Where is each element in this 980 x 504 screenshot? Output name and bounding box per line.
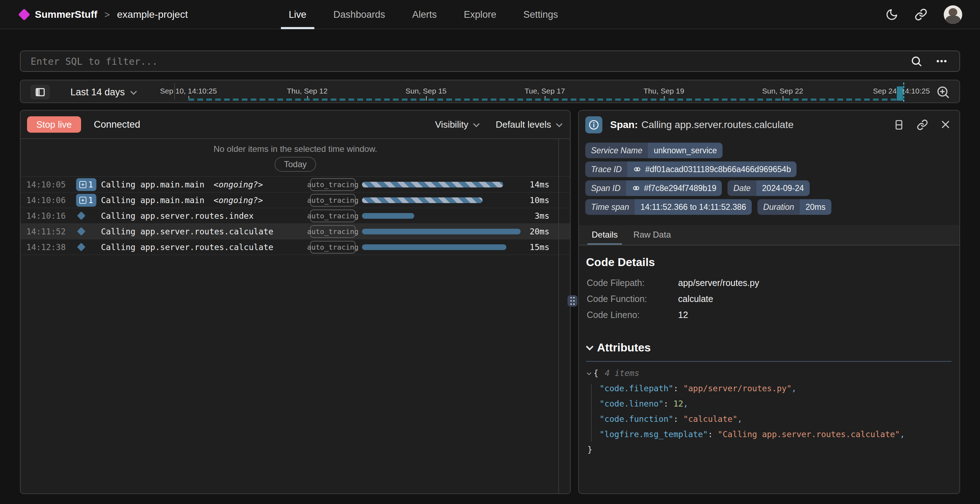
default-levels-dropdown[interactable]: Default levels	[496, 119, 561, 130]
span-diamond-icon	[77, 242, 85, 251]
attributes-heading: Attributes	[597, 341, 651, 354]
row-tag[interactable]: auto_tracing	[310, 209, 356, 222]
org-name[interactable]: SummerStuff	[35, 9, 97, 20]
badge-label: Duration	[757, 199, 800, 215]
duration-bar	[362, 244, 506, 250]
badge-value[interactable]: #f7c8e294f7489b19	[644, 183, 716, 193]
link-icon[interactable]	[632, 184, 640, 192]
code-detail-label: Code Lineno:	[587, 310, 678, 320]
json-colon: :	[673, 415, 683, 424]
tab-explore[interactable]: Explore	[464, 0, 496, 29]
badge-value[interactable]: #df01acad0311189c8b66a466d969654b	[645, 165, 791, 174]
json-key: "code.function"	[600, 415, 673, 424]
timeline-tick-label: Thu, Sep 12	[287, 87, 328, 95]
row-message: Calling app.main.main	[101, 180, 204, 189]
timeline-cursor[interactable]	[903, 83, 904, 102]
json-colon: :	[673, 384, 683, 393]
collapsed-children-badge[interactable]: 1	[76, 178, 96, 191]
code-detail-value: 12	[678, 310, 688, 320]
user-avatar[interactable]	[944, 5, 962, 24]
span-diamond-icon	[77, 211, 85, 220]
copy-link-icon[interactable]	[917, 119, 928, 131]
chevron-down-icon	[473, 121, 479, 127]
duration-bar	[362, 182, 503, 187]
trace-row[interactable]: 14:10:06 1 Calling app.main.main <ongoin…	[21, 192, 570, 208]
badge-value: 20ms	[800, 199, 831, 215]
attributes-section-toggle[interactable]: Attributes	[586, 341, 651, 354]
tab-live[interactable]: Live	[289, 0, 307, 29]
trace-row-selected[interactable]: 14:11:52 Calling app.server.routes.calcu…	[21, 224, 570, 239]
code-detail-label: Code Filepath:	[587, 278, 678, 288]
row-message: Calling app.server.routes.index	[101, 211, 253, 220]
zoom-in-icon[interactable]	[936, 85, 950, 99]
search-icon[interactable]	[910, 55, 923, 67]
row-message: Calling app.main.main	[101, 196, 204, 205]
json-value: "Calling app.server.routes.calculate"	[718, 430, 900, 439]
panel-resize-handle[interactable]	[568, 295, 578, 306]
brand-logo-diamond-icon	[18, 8, 30, 21]
share-link-icon[interactable]	[915, 8, 928, 21]
today-button[interactable]: Today	[275, 157, 316, 172]
visibility-dropdown-label: Visibility	[435, 119, 468, 130]
duration-bar	[362, 213, 414, 219]
chevron-down-icon	[556, 121, 562, 127]
tab-alerts[interactable]: Alerts	[412, 0, 437, 29]
badge-label: Span ID	[585, 180, 626, 196]
list-scrollbar[interactable]	[558, 139, 559, 493]
trace-row[interactable]: 14:10:16 Calling app.server.routes.index…	[21, 208, 570, 224]
tab-details[interactable]: Details	[592, 230, 618, 245]
duration-badge: Duration 20ms	[757, 199, 831, 215]
json-line: "logfire.msg_template": "Calling app.ser…	[587, 426, 905, 442]
row-tag[interactable]: auto_tracing	[310, 225, 356, 238]
trace-id-badge: Trace ID #df01acad0311189c8b66a466d96965…	[585, 161, 797, 177]
timeline-plot[interactable]: Sep 10, 14:10:25 Thu, Sep 12 Sun, Sep 15…	[21, 80, 959, 102]
split-view-icon[interactable]	[893, 119, 905, 131]
json-open-line[interactable]: {4 items	[587, 365, 905, 381]
tab-dashboards[interactable]: Dashboards	[334, 0, 385, 29]
duration-bar	[362, 198, 482, 203]
sql-filter-bar	[20, 51, 960, 72]
visibility-dropdown[interactable]: Visibility	[435, 119, 477, 130]
time-span-badge: Time span 14:11:52.366 to 14:11:52.386	[585, 199, 752, 215]
tab-settings[interactable]: Settings	[523, 0, 558, 29]
dark-mode-moon-icon[interactable]	[885, 8, 898, 21]
json-close-brace: }	[587, 445, 592, 454]
row-tag[interactable]: auto_tracing	[310, 194, 356, 207]
activity-sparkline	[188, 99, 903, 100]
collapsed-children-badge[interactable]: 1	[76, 194, 96, 207]
sql-filter-input[interactable]	[21, 56, 910, 67]
json-key: "code.filepath"	[600, 384, 673, 393]
json-comma: ,	[900, 430, 905, 439]
json-indent-guide	[591, 384, 592, 442]
close-icon[interactable]	[940, 119, 951, 131]
timeline-tick-label: Sun, Sep 15	[406, 87, 447, 95]
row-duration: 15ms	[530, 242, 549, 252]
row-tag[interactable]: auto_tracing	[310, 241, 356, 254]
link-icon[interactable]	[633, 165, 641, 174]
stop-live-button[interactable]: Stop live	[27, 116, 81, 133]
json-value: "app/server/routes.py"	[683, 384, 792, 393]
default-levels-dropdown-label: Default levels	[496, 119, 551, 130]
row-tag[interactable]: auto_tracing	[310, 178, 356, 191]
span-detail-header: Span:Calling app.server.routes.calculate	[579, 111, 959, 139]
page: SummerStuff > example-project Live Dashb…	[0, 0, 980, 504]
chevron-down-icon	[586, 343, 593, 350]
row-timestamp: 14:10:16	[26, 211, 76, 220]
code-detail-label: Code Function:	[587, 294, 678, 304]
collapse-chevron-icon[interactable]	[587, 371, 591, 375]
project-name[interactable]: example-project	[117, 9, 188, 20]
json-key: "logfire.msg_template"	[600, 430, 708, 439]
breadcrumb-separator: >	[105, 9, 110, 20]
row-duration: 10ms	[530, 196, 549, 205]
badge-label: Service Name	[585, 143, 648, 158]
trace-row[interactable]: 14:10:05 1 Calling app.main.main <ongoin…	[21, 177, 570, 192]
badge-value: unknown_service	[648, 143, 722, 158]
child-count: 1	[88, 196, 93, 205]
json-colon: :	[663, 399, 673, 408]
trace-row[interactable]: 14:12:38 Calling app.server.routes.calcu…	[21, 239, 570, 255]
more-options-icon[interactable]	[935, 55, 948, 68]
service-name-badge: Service Name unknown_service	[585, 143, 722, 158]
tab-raw-data[interactable]: Raw Data	[633, 230, 671, 245]
live-list-panel: Stop live Connected Visibility Default l…	[20, 110, 571, 494]
span-title-prefix: Span:	[610, 119, 638, 130]
